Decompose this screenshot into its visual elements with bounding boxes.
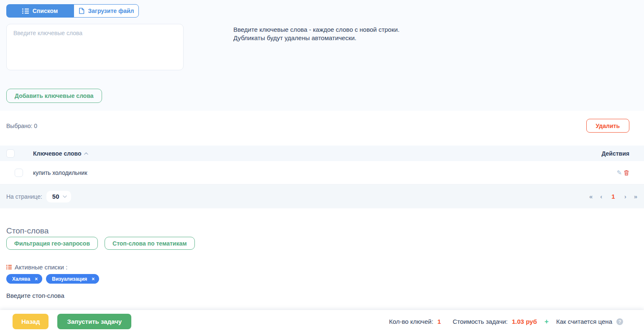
cost-label: Стоимость задачи: [452,318,508,325]
keyword-column-header[interactable]: Ключевое слово [33,150,81,157]
hint-line1: Введите ключевые слова - каждое слово с … [233,26,399,34]
keyword-task-page: Списком Загрузите файл Введите ключевые … [0,0,644,333]
selection-bar: Выбрано: 0 Удалить [6,119,629,133]
file-icon [79,8,84,14]
delete-selected-button[interactable]: Удалить [586,119,629,133]
table-header: Ключевое слово Действия [0,146,644,161]
run-task-button[interactable]: Запустить задачу [57,314,131,329]
row-actions: ✎ [616,169,629,177]
footer-bar: Назад Запустить задачу Кол-во ключей: 1 … [0,310,644,333]
selected-count-value: 0 [34,123,37,129]
keyword-cell: купить холодильник [33,169,87,176]
tab-list-label: Списком [33,8,58,14]
list-icon-red [6,265,12,269]
table-row: купить холодильник ✎ [0,161,644,184]
prev-page-button[interactable]: ‹ [598,192,604,201]
help-icon[interactable]: ? [616,318,623,325]
keywords-textarea[interactable] [6,24,184,70]
stop-words-input-label: Введите стоп-слова [6,292,64,299]
select-all-checkbox[interactable] [6,149,15,158]
plus-icon: + [544,318,549,326]
pager: « ‹ 1 › » [588,192,639,201]
input-mode-tabs: Списком Загрузите файл [6,4,139,18]
tab-list-input[interactable]: Списком [6,4,74,18]
list-icon [22,8,29,14]
remove-tag-icon[interactable]: × [92,276,95,282]
actions-column-header: Действия [601,150,629,157]
keys-count-label: Кол-во ключей: [389,318,433,325]
tag-halyava[interactable]: Халява × [6,274,42,284]
row-checkbox[interactable] [15,169,23,177]
next-page-button[interactable]: › [623,192,628,201]
stop-words-title: Стоп-слова [6,226,49,236]
stop-words-buttons: Фильтрация гео-запросов Стоп-слова по те… [6,237,195,250]
keywords-hint: Введите ключевые слова - каждое слово с … [233,26,399,42]
geo-filter-button[interactable]: Фильтрация гео-запросов [6,237,98,250]
remove-tag-icon[interactable]: × [35,276,38,282]
delete-row-icon[interactable] [624,170,629,176]
pagination-bar: На странице: 50 « ‹ 1 › » [0,184,644,208]
tab-file-upload[interactable]: Загрузите файл [74,4,139,18]
active-lists: Активные списки : [6,264,67,271]
topic-stopwords-button[interactable]: Стоп-слова по тематикам [105,237,195,250]
cost-info: Кол-во ключей: 1 Стоимость задачи: 1.03 … [389,318,623,326]
per-page-value: 50 [52,193,59,200]
tag-label: Визуализация [52,276,87,282]
current-page[interactable]: 1 [608,192,618,201]
tag-label: Халява [12,276,30,282]
edit-icon[interactable]: ✎ [616,169,622,177]
first-page-button[interactable]: « [588,192,594,201]
selected-count: Выбрано: 0 [6,123,37,129]
back-button[interactable]: Назад [13,314,49,329]
tag-vizualizaciya[interactable]: Визуализация × [46,274,99,284]
keys-count-value: 1 [437,318,441,325]
sort-asc-icon[interactable] [84,152,88,155]
keywords-input-section: Списком Загрузите файл Введите ключевые … [0,0,644,111]
last-page-button[interactable]: » [632,192,639,201]
price-info-link[interactable]: Как считается цена [556,318,612,325]
per-page-select[interactable]: 50 [46,191,71,202]
add-keywords-button[interactable]: Добавить ключевые слова [6,89,102,103]
tab-file-label: Загрузите файл [88,8,134,14]
selected-count-label: Выбрано: [6,123,32,129]
active-lists-label: Активные списки : [15,264,67,271]
chevron-down-icon [63,195,67,198]
per-page-label: На странице: [6,193,42,200]
active-list-tags: Халява × Визуализация × [6,274,99,284]
cost-value: 1.03 руб [512,318,537,325]
hint-line2: Дубликаты будут удалены автоматически. [233,34,399,42]
